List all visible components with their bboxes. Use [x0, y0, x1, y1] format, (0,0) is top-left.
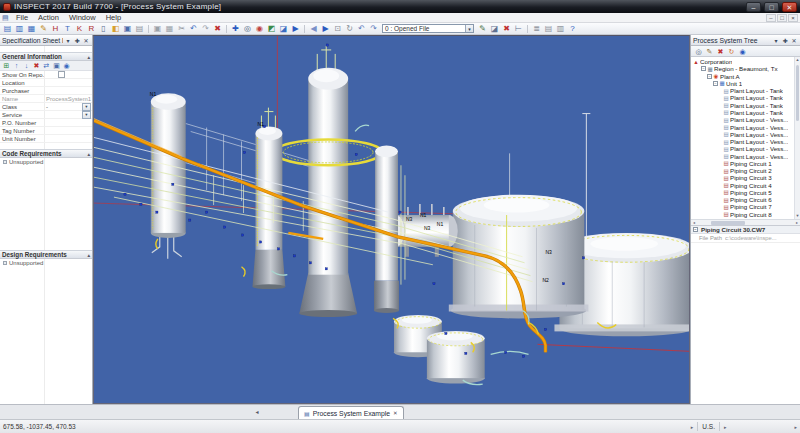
maximize-button[interactable]: □ [764, 2, 779, 12]
field-value[interactable]: - [44, 104, 82, 110]
toolbar-icon[interactable]: ✎ [38, 23, 49, 34]
scroll-up-icon[interactable]: ▲ [795, 57, 800, 63]
panel-close-icon[interactable]: ✕ [82, 37, 90, 44]
toolbar-icon[interactable]: ◎ [242, 23, 253, 34]
toolbar-icon[interactable]: ▶ [320, 23, 331, 34]
tree-item-corporation[interactable]: ▲ Corporation [693, 58, 800, 65]
panel-menu-icon[interactable]: ▾ [772, 37, 780, 44]
toolbar-icon[interactable]: ✖ [212, 23, 223, 34]
tree-item-plant-layout[interactable]: ▤ Plant Layout - Vess... [693, 123, 800, 130]
tree-item-piping-circuit[interactable]: ▤ Piping Circuit 9 [693, 218, 800, 219]
collapse-arrow-icon[interactable]: ▴ [87, 54, 90, 60]
toolbar-icon[interactable]: T [62, 23, 73, 34]
menu-item[interactable]: File [11, 13, 33, 23]
toolbar-icon[interactable] [226, 25, 227, 33]
toolbar-icon[interactable]: R [86, 23, 97, 34]
scroll-down-icon[interactable]: ▼ [795, 213, 800, 219]
units-indicator[interactable]: U.S. [702, 423, 715, 430]
toolbar-icon[interactable]: H [50, 23, 61, 34]
toolbar-icon[interactable]: ◪ [278, 23, 289, 34]
tree-toolbar-icon[interactable]: ↻ [727, 47, 736, 56]
field-row[interactable]: Purchaser [0, 87, 92, 95]
tree-item-piping-circuit[interactable]: ▤ Piping Circuit 6 [693, 196, 800, 203]
opened-file-combo[interactable]: 0 : Opened File ▾ [382, 24, 474, 33]
toolbar-icon[interactable]: ▯ [98, 23, 109, 34]
tree-item-plant-layout[interactable]: ▤ Plant Layout - Vess... [693, 138, 800, 145]
collapse-box-icon[interactable]: − [713, 81, 718, 86]
sheet-toolbar-icon[interactable]: ↓ [22, 61, 31, 70]
field-row[interactable]: Tag Number [0, 127, 92, 135]
menu-item[interactable]: Window [64, 13, 101, 23]
property-row[interactable]: File Path c:\codeware\inspe... [691, 234, 800, 243]
toolbar-icon[interactable]: ↷ [200, 23, 211, 34]
tree-item-plant-layout[interactable]: ▤ Plant Layout - Tank [693, 94, 800, 101]
sheet-toolbar-icon[interactable]: ↑ [12, 61, 21, 70]
combo-dropdown-icon[interactable]: ▾ [465, 25, 473, 32]
tree-item-plant-layout[interactable]: ▤ Plant Layout - Tank [693, 102, 800, 109]
tree-item-plant-layout[interactable]: ▤ Plant Layout - Vess... [693, 131, 800, 138]
tree-item-piping-circuit[interactable]: ▤ Piping Circuit 4 [693, 182, 800, 189]
tree-item-region[interactable]: − ▦ Region - Beaumont, Tx [693, 65, 800, 72]
tree-item-piping-circuit[interactable]: ▤ Piping Circuit 3 [693, 174, 800, 181]
field-row[interactable]: P.O. Number [0, 119, 92, 127]
tree-toolbar-icon[interactable]: ◎ [694, 47, 703, 56]
toolbar-icon[interactable]: ◧ [110, 23, 121, 34]
general-info-section-header[interactable]: General Information ▴ [0, 52, 92, 61]
sheet-toolbar-icon[interactable]: ⊞ [2, 61, 11, 70]
3d-scene[interactable]: N1 N1 N3 N1 N3 N1 N3 N2 [94, 36, 689, 403]
toolbar-icon[interactable]: ↻ [344, 23, 355, 34]
toolbar-icon[interactable] [148, 25, 149, 33]
tree-item-piping-circuit[interactable]: ▤ Piping Circuit 7 [693, 203, 800, 210]
toolbar-icon[interactable]: ▶ [290, 23, 301, 34]
toolbar-icon[interactable]: ▤ [2, 23, 13, 34]
sheet-toolbar-icon[interactable]: ◉ [62, 61, 71, 70]
toolbar-icon[interactable]: ▤ [543, 23, 554, 34]
design-requirements-item[interactable]: Unsupported [0, 259, 92, 267]
tree-toolbar-icon[interactable]: ◉ [738, 47, 747, 56]
code-requirements-header[interactable]: Code Requirements ▴ [0, 149, 92, 158]
menu-item[interactable]: Help [101, 13, 126, 23]
toolbar-icon[interactable]: ✂ [176, 23, 187, 34]
toolbar-icon[interactable]: ◉ [254, 23, 265, 34]
status-arrow-icon[interactable]: ▸ [794, 424, 797, 430]
mdi-restore-button[interactable]: □ [777, 14, 787, 22]
collapse-arrow-icon[interactable]: ▴ [87, 252, 90, 258]
small-tank-2[interactable] [427, 331, 485, 384]
properties-header[interactable]: − Piping Circuit 30.CW7 [691, 225, 800, 234]
toolbar-icon[interactable]: ↷ [368, 23, 379, 34]
panel-close-icon[interactable]: ✕ [790, 37, 798, 44]
scrollbar-thumb[interactable] [711, 221, 745, 225]
toolbar-icon[interactable]: ⊡ [332, 23, 343, 34]
toolbar-icon[interactable]: ▥ [14, 23, 25, 34]
field-row[interactable]: Show On Repo... [0, 71, 92, 79]
tree-item-plant-layout[interactable]: ▤ Plant Layout - Vess... [693, 145, 800, 152]
field-row[interactable]: Class - [0, 103, 92, 111]
status-arrow-icon[interactable]: ▸ [691, 424, 694, 430]
storage-tank-1[interactable] [449, 195, 589, 319]
toolbar-icon[interactable]: ✖ [501, 23, 512, 34]
mdi-close-button[interactable]: × [788, 14, 798, 22]
panel-pin-icon[interactable]: ✚ [73, 37, 81, 44]
toolbar-icon[interactable]: ◩ [266, 23, 277, 34]
toolbar-icon[interactable]: ▣ [122, 23, 133, 34]
tree-item-unit[interactable]: − ▦ Unit 1 [693, 80, 800, 87]
sheet-toolbar-icon[interactable]: ▣ [52, 61, 61, 70]
panel-menu-icon[interactable]: ▾ [64, 37, 72, 44]
mdi-minimize-button[interactable]: – [766, 14, 776, 22]
tree-item-piping-circuit[interactable]: ▤ Piping Circuit 5 [693, 189, 800, 196]
collapse-box-icon[interactable]: − [707, 74, 712, 79]
sheet-toolbar-icon[interactable]: ⇄ [42, 61, 51, 70]
status-arrow-icon[interactable]: ▸ [724, 424, 727, 430]
toolbar-icon[interactable]: ? [567, 23, 578, 34]
tower-1[interactable] [151, 93, 186, 259]
tree-item-plant-layout[interactable]: ▤ Plant Layout - Tank [693, 109, 800, 116]
sheet-toolbar-icon[interactable]: ✖ [32, 61, 41, 70]
field-value[interactable] [44, 71, 92, 78]
toolbar-icon[interactable]: ≣ [531, 23, 542, 34]
collapse-arrow-icon[interactable]: ▴ [87, 151, 90, 157]
toolbar-icon[interactable] [304, 25, 305, 33]
toolbar-icon[interactable]: K [74, 23, 85, 34]
toolbar-icon[interactable]: ↶ [356, 23, 367, 34]
toolbar-icon[interactable]: ▥ [555, 23, 566, 34]
panel-pin-icon[interactable]: ✚ [781, 37, 789, 44]
